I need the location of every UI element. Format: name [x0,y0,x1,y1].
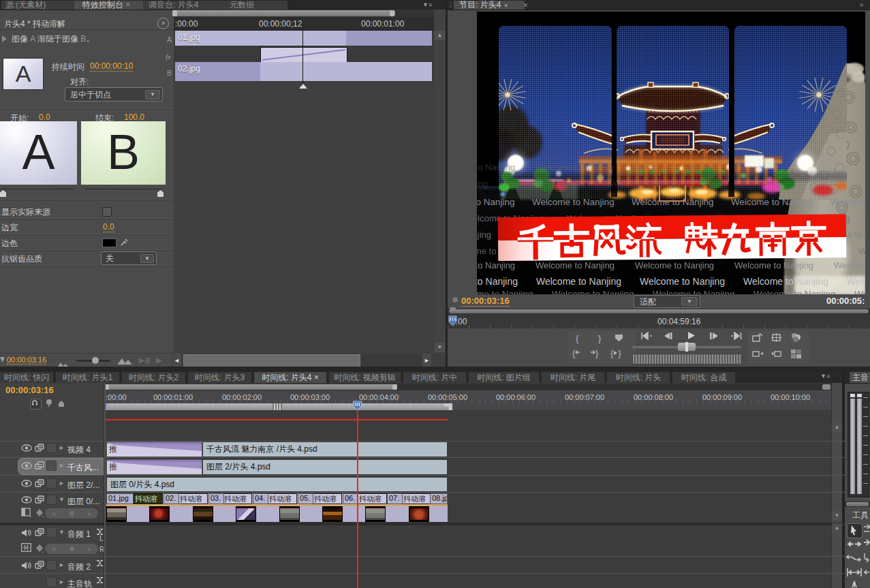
svg-text:Welcome to Nanjing: Welcome to Nanjing [635,260,714,270]
svg-text:Welcome to Nanjing: Welcome to Nanjing [854,289,865,294]
svg-text:Welcome to Nanjing: Welcome to Nanjing [477,289,533,294]
svg-text:Welcome to Nanjing: Welcome to Nanjing [536,276,621,287]
svg-text:Welcome to Nanjing: Welcome to Nanjing [858,246,865,256]
svg-text:Welcome to Nanjing: Welcome to Nanjing [477,230,491,240]
svg-text:Welcome to Nanjing: Welcome to Nanjing [754,289,836,294]
svg-text:Welcome to Nanjing: Welcome to Nanjing [640,276,725,287]
svg-text:Welcome to Nanjing: Welcome to Nanjing [477,260,515,270]
svg-text:Welcome to Nanjing: Welcome to Nanjing [552,289,634,294]
svg-text:Welcome to Nanjing: Welcome to Nanjing [734,260,813,270]
svg-text:Welcome to Nanjing: Welcome to Nanjing [847,276,865,287]
svg-text:Welcome to Nanjing: Welcome to Nanjing [477,179,488,189]
svg-text:Welcome to Nanjing: Welcome to Nanjing [477,276,518,287]
svg-text:Welcome to Nanjing: Welcome to Nanjing [653,289,735,294]
svg-text:Welcome to Nanjing: Welcome to Nanjing [743,276,828,287]
svg-text:Welcome to Nanjing: Welcome to Nanjing [834,260,865,270]
svg-text:Welcome to Nanjing: Welcome to Nanjing [535,260,615,270]
